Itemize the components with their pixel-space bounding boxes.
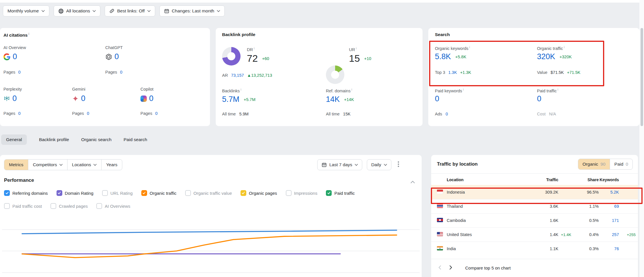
table-row-india[interactable]: India 1.1K 0.3% 76 [431,242,638,256]
metric-impressions[interactable]: Impressions [286,190,318,196]
best-links-dropdown[interactable]: Best links: Off [105,5,155,16]
segment-years[interactable]: Years [101,160,122,170]
copilot-count[interactable]: 0 [149,94,153,103]
checkbox[interactable] [96,203,102,209]
metric-crawled-pages[interactable]: Crawled pages [50,203,88,209]
table-row-cambodia[interactable]: Cambodia 1.6K 0.5% 171 [431,213,638,227]
table-row-united-states[interactable]: United States 1.4K +1.4K 0.4% 257 +255 [431,227,638,242]
paid-traffic-label: Paid traffic [537,88,558,93]
perplexity-icon [3,95,10,102]
prev-page-icon[interactable] [434,263,445,273]
monthly-volume-dropdown[interactable]: Monthly volume [3,5,49,16]
ar-value[interactable]: 73,157 [231,73,244,78]
filters-toolbar: Monthly volume All locations Best links:… [3,5,225,16]
checkbox[interactable] [241,190,246,196]
checkbox[interactable] [57,190,62,196]
gemini-pages-count[interactable]: 0 [87,111,89,116]
segment-metrics[interactable]: Metrics [4,160,28,170]
segment-locations[interactable]: Locations [67,160,101,170]
checkbox[interactable] [326,190,332,196]
metric-organic-pages[interactable]: Organic pages [241,190,277,196]
traffic-value-delta: +71.5K [567,70,580,75]
checkbox[interactable] [141,190,147,196]
ai-overview-pages-count[interactable]: 0 [18,70,20,74]
tab-paid-search[interactable]: Paid search [124,134,147,145]
performance-panel: Metrics Competitors Locations Years Last… [0,155,422,277]
ai-citations-title: AI citations [3,32,29,38]
metric-organic-traffic[interactable]: Organic traffic [141,190,177,196]
table-row-indonesia[interactable]: Indonesia 309.2K 96.5% 5.2K [431,185,638,199]
top3-row: Top 3 1.3K +1.3K [435,70,471,75]
tab-organic-search[interactable]: Organic search [81,134,111,145]
toggle-organic[interactable]: Organic 90 [578,159,610,169]
checkbox[interactable] [4,203,10,209]
chatgpt-label: ChatGPT [105,45,123,50]
checkbox[interactable] [185,190,191,196]
copilot-pages-count[interactable]: 0 [155,111,157,116]
keywords-link[interactable]: 5.2K [599,190,619,194]
metric-referring-domains[interactable]: Referring domains [4,190,48,196]
chatgpt-icon [105,53,112,60]
performance-line-chart[interactable] [2,214,420,277]
calendar-icon [164,8,169,14]
metric-paid-traffic[interactable]: Paid traffic [326,190,355,196]
organic-traffic-value[interactable]: 320K [537,52,555,61]
ar-delta: ▲13,252,713 [247,73,272,78]
location-table-header: Location Traffic Share Keywords [431,175,638,185]
checkbox[interactable] [4,190,10,196]
gemini-count[interactable]: 0 [81,94,85,103]
tab-backlink-profile[interactable]: Backlink profile [39,134,69,145]
organic-keywords-value[interactable]: 5.8K [435,52,451,61]
ref-domains-value[interactable]: 14K [326,95,340,104]
metric-domain-rating[interactable]: Domain Rating [57,190,93,196]
chatgpt-count[interactable]: 0 [114,52,119,61]
scrollbar-thumb[interactable] [641,28,643,126]
changes-dropdown[interactable]: Changes: Last month [159,5,225,16]
keywords-link[interactable]: 257 [599,232,619,237]
metric-paid-traffic-cost[interactable]: Paid traffic cost [4,203,42,209]
google-icon [3,53,10,60]
ar-row: AR 73,157 ▲13,252,713 [222,73,272,78]
changes-label: Changes: Last month [172,8,214,14]
table-row-thailand[interactable]: Thailand 3.6K 1.1% 69 [431,199,638,213]
chart-mode-segmented-control: Metrics Competitors Locations Years [4,159,122,170]
segment-competitors[interactable]: Competitors [28,160,67,170]
gemini-label: Gemini [72,87,85,91]
search-card: Search Organic keywords 5.8K +5.8K Top 3… [428,28,639,126]
keywords-link[interactable]: 171 [599,218,619,223]
perplexity-count[interactable]: 0 [12,94,17,103]
date-range-dropdown[interactable]: Last 7 days [317,159,362,170]
backlinks-value[interactable]: 5.7M [222,95,239,104]
compare-top5-link[interactable]: Compare top 5 on chart [465,265,511,270]
granularity-dropdown[interactable]: Daily [367,159,391,170]
united-states-flag-icon [437,232,443,236]
cost-row: Cost N/A [537,112,556,116]
paid-keywords-value[interactable]: 0 [435,94,439,103]
tab-general[interactable]: General [1,134,27,145]
locations-dropdown[interactable]: All locations [54,5,101,16]
chatgpt-pages-count[interactable]: 0 [120,70,122,74]
top3-delta: +1.3K [460,70,471,75]
search-title: Search [435,32,450,37]
ref-domains-delta: +14K [344,97,354,102]
metric-ai-overviews[interactable]: AI Overviews [96,203,130,209]
checkbox[interactable] [102,190,108,196]
traffic-value-amount: $71.5K [551,70,564,75]
more-options-kebab-icon[interactable] [396,160,401,169]
collapse-section-icon[interactable] [411,179,415,184]
keywords-link[interactable]: 69 [599,204,619,209]
metric-url-rating[interactable]: URL Rating [102,190,133,196]
paid-traffic-value[interactable]: 0 [537,94,541,103]
keywords-link[interactable]: 76 [599,246,619,251]
checkbox[interactable] [286,190,292,196]
top3-value[interactable]: 1.3K [448,70,457,75]
dr-label: DR [247,46,254,52]
toggle-paid[interactable]: Paid 0 [610,159,632,169]
ads-count[interactable]: 0 [446,112,448,116]
perplexity-pages-count[interactable]: 0 [18,111,20,116]
next-page-icon[interactable] [445,263,457,273]
checkbox[interactable] [50,203,56,209]
chevron-down-icon [217,10,220,12]
metric-organic-traffic-value[interactable]: Organic traffic value [185,190,232,196]
ai-overview-count[interactable]: 0 [13,52,17,61]
